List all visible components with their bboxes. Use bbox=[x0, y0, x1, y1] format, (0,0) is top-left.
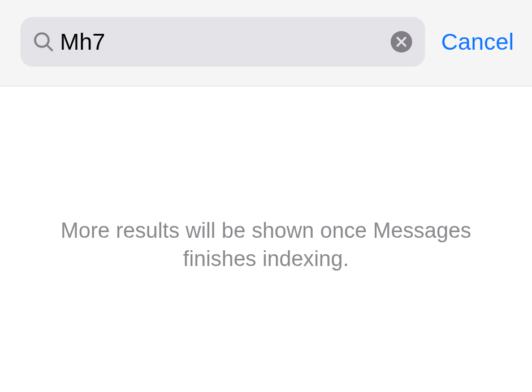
empty-state-message: More results will be shown once Messages… bbox=[0, 216, 532, 273]
search-header: Cancel bbox=[0, 0, 532, 86]
svg-line-1 bbox=[47, 45, 52, 50]
cancel-button[interactable]: Cancel bbox=[441, 29, 514, 55]
search-field[interactable] bbox=[20, 17, 425, 67]
search-input[interactable] bbox=[60, 29, 390, 55]
results-area: More results will be shown once Messages… bbox=[0, 86, 532, 273]
search-icon bbox=[33, 31, 54, 53]
clear-icon bbox=[390, 31, 413, 53]
clear-button[interactable] bbox=[390, 31, 413, 53]
